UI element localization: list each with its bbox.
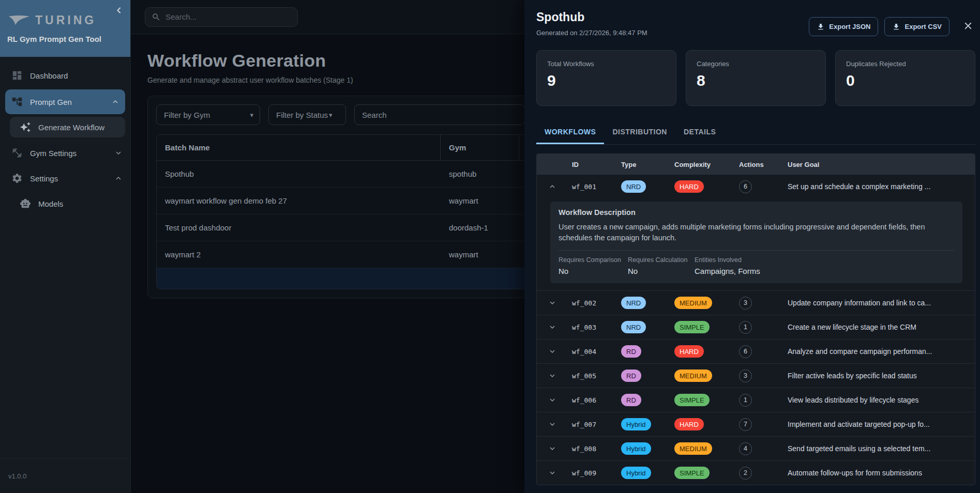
complexity-badge: SIMPLE <box>674 467 710 479</box>
type-badge: NRD <box>621 180 646 193</box>
sidebar-item-generate-workflow[interactable]: Generate Workflow <box>10 117 125 137</box>
column-user-goal: User Goal <box>788 161 975 168</box>
workflow-row[interactable]: wf_009 Hybrid SIMPLE 2 Automate follow-u… <box>537 460 975 485</box>
complexity-badge: SIMPLE <box>674 394 710 406</box>
chevron-down-icon <box>114 148 123 158</box>
expand-row-button[interactable] <box>537 468 572 477</box>
download-icon <box>817 23 825 31</box>
sidebar-item-gym-settings[interactable]: Gym Settings <box>0 142 130 164</box>
actions-count: 3 <box>739 369 752 382</box>
divider <box>559 250 954 251</box>
chevron-down-icon <box>548 371 557 380</box>
complexity-badge: MEDIUM <box>674 297 712 309</box>
brand-name: TURING <box>35 13 96 27</box>
actions-count: 7 <box>739 418 752 431</box>
sidebar-item-label: Generate Workflow <box>38 123 120 132</box>
sidebar-item-models[interactable]: Models <box>10 192 125 215</box>
drawer-title: Spothub <box>536 10 809 24</box>
collapse-row-button[interactable] <box>537 182 572 191</box>
sidebar-item-settings[interactable]: Settings <box>0 167 130 190</box>
stat-duplicates-rejected: Duplicates Rejected 0 <box>835 50 975 106</box>
chevron-up-icon <box>114 174 123 183</box>
stat-categories: Categories 8 <box>686 50 826 106</box>
batch-name: Spothub <box>157 170 441 178</box>
sidebar-item-label: Prompt Gen <box>30 98 111 106</box>
drawer-header: Spothub Generated on 2/27/2026, 9:48:47 … <box>536 10 975 37</box>
close-icon <box>962 20 974 32</box>
type-badge: NRD <box>621 297 646 309</box>
sidebar-nav: Dashboard Prompt Gen Generate Workflow <box>0 57 130 215</box>
workflow-row[interactable]: wf_003 NRD SIMPLE 1 Create a new lifecyc… <box>537 315 975 339</box>
batch-gym: doordash-1 <box>441 223 519 232</box>
expand-row-button[interactable] <box>537 420 572 429</box>
type-badge: Hybrid <box>621 442 651 455</box>
sidebar: TURING RL Gym Prompt Gen Tool Dashboard … <box>0 0 131 493</box>
user-goal: Set up and schedule a complex marketing … <box>788 182 975 191</box>
global-search-input[interactable] <box>165 12 291 21</box>
requires-comparison-value: No <box>559 267 628 275</box>
dumbbell-icon <box>11 147 23 159</box>
tab-distribution[interactable]: DISTRIBUTION <box>604 121 675 144</box>
workflow-id: wf_009 <box>572 469 621 477</box>
app-root: TURING RL Gym Prompt Gen Tool Dashboard … <box>0 0 980 493</box>
workflow-id: wf_004 <box>572 348 621 356</box>
filter-by-gym-label: Filter by Gym <box>164 111 210 119</box>
export-json-button[interactable]: Export JSON <box>809 17 878 36</box>
workflow-row[interactable]: wf_006 RD SIMPLE 1 View leads distribute… <box>537 388 975 412</box>
expand-row-button[interactable] <box>537 322 572 332</box>
filter-by-gym-select[interactable]: Filter by Gym ▾ <box>156 104 260 125</box>
complexity-badge: HARD <box>674 418 704 430</box>
complexity-badge: SIMPLE <box>674 321 710 333</box>
complexity-badge: MEDIUM <box>674 442 712 455</box>
batch-search-input[interactable] <box>354 104 525 125</box>
user-goal: Update company information and link to c… <box>788 299 975 307</box>
sidebar-item-label: Models <box>38 199 120 208</box>
sidebar-item-label: Gym Settings <box>30 149 114 158</box>
filter-by-status-select[interactable]: Filter by Status ▾ <box>268 104 346 125</box>
close-drawer-button[interactable] <box>961 20 975 34</box>
dashboard-icon <box>11 70 23 81</box>
workflow-row[interactable]: wf_002 NRD MEDIUM 3 Update company infor… <box>537 290 975 315</box>
sidebar-item-prompt-gen[interactable]: Prompt Gen <box>5 89 125 114</box>
actions-count: 3 <box>739 297 752 310</box>
user-goal: Analyze and compare campaign performan..… <box>788 347 975 356</box>
sidebar-collapse-button[interactable] <box>113 4 125 17</box>
workflow-row[interactable]: wf_005 RD MEDIUM 3 Filter active leads b… <box>537 363 975 388</box>
stat-total-workflows: Total Workflows 9 <box>536 50 676 106</box>
column-type: Type <box>621 161 674 168</box>
batch-gym: waymart <box>441 250 519 259</box>
requires-calculation-value: No <box>628 267 695 275</box>
expand-row-button[interactable] <box>537 395 572 405</box>
sidebar-footer: v1.0.0 <box>0 458 130 493</box>
sidebar-header: TURING RL Gym Prompt Gen Tool <box>0 0 130 57</box>
batch-name: waymart 2 <box>157 250 441 259</box>
tab-details[interactable]: DETAILS <box>675 121 724 144</box>
expand-row-button[interactable] <box>537 444 572 453</box>
type-badge: Hybrid <box>621 467 651 479</box>
expand-row-button[interactable] <box>537 371 572 380</box>
workflow-row[interactable]: wf_004 RD HARD 6 Analyze and compare cam… <box>537 339 975 363</box>
column-actions: Actions <box>739 161 788 168</box>
workflow-row[interactable]: wf_007 Hybrid HARD 7 Implement and activ… <box>537 412 975 436</box>
expand-row-button[interactable] <box>537 298 572 307</box>
sidebar-item-dashboard[interactable]: Dashboard <box>0 64 130 87</box>
actions-count: 6 <box>739 180 752 193</box>
export-csv-button[interactable]: Export CSV <box>884 17 949 36</box>
workflow-id: wf_005 <box>572 372 621 380</box>
workflow-table: ID Type Complexity Actions User Goal wf_… <box>536 153 975 485</box>
global-search[interactable] <box>145 7 298 27</box>
actions-count: 4 <box>739 442 752 455</box>
turing-logo-icon <box>7 15 31 26</box>
column-id: ID <box>572 161 621 168</box>
workflow-description-text: User creates a new campaign, adds multip… <box>559 222 954 243</box>
tab-workflows[interactable]: WORKFLOWS <box>536 121 604 144</box>
chevron-left-icon <box>113 4 125 17</box>
workflow-row[interactable]: wf_008 Hybrid MEDIUM 4 Send targeted ema… <box>537 436 975 460</box>
chevron-up-icon <box>111 97 120 106</box>
workflow-tree-icon <box>11 96 23 107</box>
user-goal: Filter active leads by specific lead sta… <box>788 372 975 380</box>
workflow-row[interactable]: wf_001 NRD HARD 6 Set up and schedule a … <box>537 175 975 198</box>
expand-row-button[interactable] <box>537 347 572 356</box>
stats-row: Total Workflows 9 Categories 8 Duplicate… <box>536 50 975 106</box>
caret-down-icon: ▾ <box>329 111 333 119</box>
